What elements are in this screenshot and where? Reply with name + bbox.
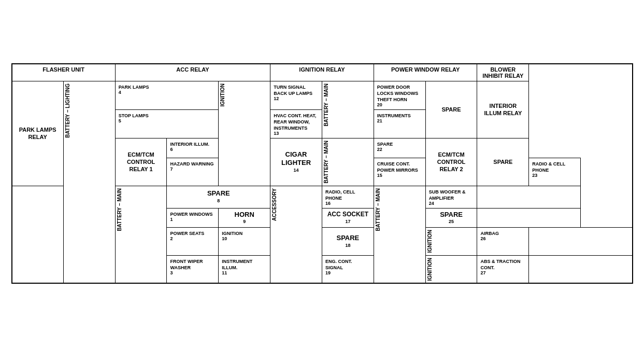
fuse-26: AIRBAG 26 [477, 228, 529, 255]
spare-top-right: SPARE [425, 81, 477, 138]
accessory-rotated: ACCESSORY [270, 186, 322, 283]
header-ignition-relay: IGNITION RELAY [270, 64, 374, 81]
header-blower-inhibit-relay: BLOWER INHIBIT RELAY [477, 64, 529, 81]
fuse-5: STOP LAMPS 5 [115, 109, 219, 138]
battery-main-rotated1: BATTERY – MAIN [322, 81, 374, 138]
fuse-2: POWER SEATS 2 [167, 228, 219, 255]
battery-main-right-rotated: BATTERY – MAIN [374, 186, 425, 283]
fuse-12: TURN SIGNAL BACK UP LAMPS 12 [270, 81, 322, 109]
battery-main-rotated2: BATTERY – MAIN [322, 138, 374, 186]
fuse-1: POWER WINDOWS 1 [167, 208, 219, 228]
fuse-14: CIGAR LIGHTER 14 [270, 138, 322, 186]
fuse-7: HAZARD WARNING 7 [167, 158, 270, 186]
park-lamps-relay: PARK LAMPS RELAY [12, 81, 64, 186]
bottom-right-empty [529, 228, 633, 255]
header-acc-relay: ACC RELAY [115, 64, 270, 81]
fuse-13: HVAC CONT. HEAT, REAR WINDOW, INSTRUMENT… [270, 109, 322, 138]
fuse-27: ABS & TRACTION CONT. 27 [477, 255, 529, 283]
interior-illum-relay: INTERIOR ILLUM RELAY [477, 81, 529, 138]
fuse-9: HORN 9 [219, 208, 270, 228]
fuse-4: PARK LAMPS 4 [115, 81, 219, 109]
battery-main-left-rotated: BATTERY – MAIN [115, 186, 167, 283]
fuse-10: IGNITION 10 [219, 228, 270, 255]
fuse-20: POWER DOOR LOCKS WINDOWS THEFT HORN 20 [374, 81, 425, 109]
fuse-24: SUB WOOFER & AMPLIFIER 24 [425, 186, 477, 208]
battery-lighting-rotated: BATTERY – LIGHTING [63, 81, 115, 283]
fuse-diagram: FLASHER UNIT ACC RELAY IGNITION RELAY PO… [11, 63, 633, 284]
header-power-window-relay: POWER WINDOW RELAY [374, 64, 477, 81]
fuse-19: ENG. CONT. SIGNAL 19 [322, 255, 374, 283]
mid-right-empty [477, 208, 581, 228]
fuse-22: SPARE 22 [374, 138, 425, 158]
fuse-8: SPARE 8 [167, 186, 270, 208]
spare-middle-right: SPARE [477, 138, 529, 186]
fuse-25: SPARE 25 [425, 208, 477, 228]
fuse-23: RADIO & CELL PHONE 23 [529, 158, 581, 186]
fuse-3: FRONT WIPER WASHER 3 [167, 255, 219, 283]
ecm-tcm-relay-2: ECM/TCM CONTROL RELAY 2 [425, 138, 477, 186]
fuse-11: INSTRUMENT ILLUM. 11 [219, 255, 270, 283]
ignition2-label: IGNITION [425, 228, 477, 255]
fuse-17: ACC SOCKET 17 [322, 208, 374, 228]
empty-left [12, 186, 64, 283]
fuse-18: SPARE 18 [322, 228, 374, 255]
fuse-21: INSTRUMENTS 21 [374, 109, 425, 138]
header-flasher-unit: FLASHER UNIT [12, 64, 116, 81]
ignition-bottom-rotated: IGNITION [425, 255, 477, 283]
fuse-6: INTERIOR ILLUM. 6 [167, 138, 270, 158]
ecm-tcm-relay-1: ECM/TCM CONTROL RELAY 1 [115, 138, 167, 186]
very-bottom-right-empty [529, 255, 633, 283]
top-right-empty [477, 186, 581, 208]
fuse-16: RADIO, CELL PHONE 16 [322, 186, 374, 208]
fuse-15: CRUISE CONT. POWER MIRRORS 15 [374, 158, 425, 186]
